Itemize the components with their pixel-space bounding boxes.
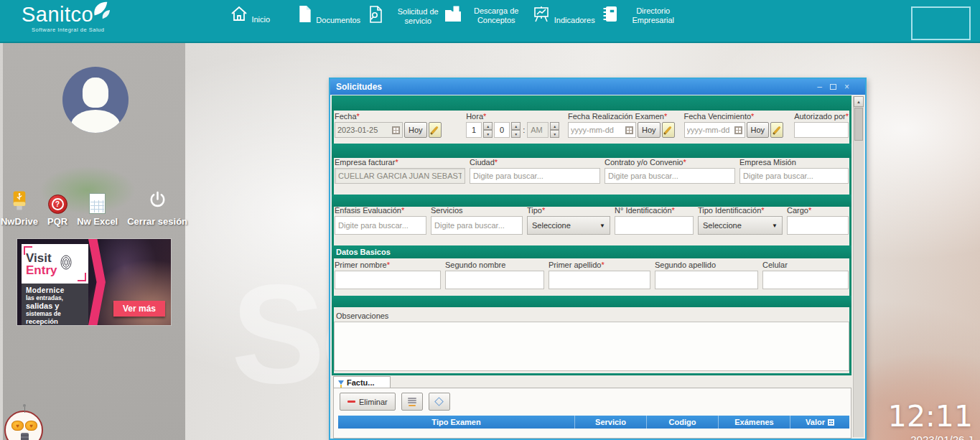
column-header: Codigo [647, 416, 719, 429]
field-cargo: Cargo* [787, 206, 849, 235]
spin-down-icon[interactable]: ▼ [483, 130, 493, 138]
spin-up-icon[interactable]: ▲ [483, 122, 493, 130]
hoy-button[interactable]: Hoy [638, 122, 661, 138]
required-mark: * [495, 158, 498, 167]
eliminar-button[interactable]: Eliminar [340, 393, 396, 411]
filter-button[interactable] [401, 393, 423, 411]
dialog-title: Solicitudes [336, 82, 382, 92]
spin-down-icon[interactable]: ▼ [511, 130, 521, 138]
primer-apellido-input[interactable] [549, 271, 650, 289]
fecha-realizacion-input[interactable] [571, 126, 624, 134]
hoy-button[interactable]: Hoy [747, 122, 770, 138]
required-mark: * [395, 158, 398, 167]
calendar-icon[interactable] [734, 126, 742, 134]
meridiem-stepper[interactable]: ▲▼ [550, 122, 559, 138]
nav-item-label: Solicitud de servicio [387, 7, 449, 25]
nav-item-solicitud-de-servicio[interactable]: Solicitud de servicio [365, 5, 451, 27]
tab-facturacion[interactable]: Factu... [333, 376, 391, 388]
ver-mas-button[interactable]: Ver más [113, 301, 165, 317]
scrollbar-thumb[interactable] [854, 108, 863, 141]
usb-drive-icon [11, 190, 28, 214]
dialog-scrollbar[interactable]: ▲ [853, 96, 864, 437]
nav-item-indicadores[interactable]: Indicadores [521, 5, 607, 26]
invoice-tab-icon [338, 380, 344, 385]
ciudad-input[interactable] [470, 168, 600, 184]
identificacion-row: Énfasis Evaluación* Servicios Tipo* Sele… [335, 206, 849, 235]
shortcut-cerrar-sesion[interactable]: Cerrar sesión [127, 190, 187, 227]
servicios-input[interactable] [431, 216, 523, 235]
autorizado-por-input[interactable] [794, 122, 849, 138]
field-fecha-vencimiento: Fecha Vencimiento* Hoy [684, 112, 790, 138]
tipo-select[interactable]: Seleccione▼ [527, 216, 610, 235]
calendar-icon[interactable] [392, 126, 400, 134]
contrato-input[interactable] [605, 168, 735, 184]
nav-item-descarga-de-conceptos[interactable]: Descarga de Conceptos [442, 5, 528, 26]
required-mark: * [387, 261, 390, 269]
hoy-button[interactable]: Hoy [404, 122, 427, 138]
observaciones-textarea[interactable] [334, 322, 849, 371]
avatar-head-shape [83, 78, 108, 108]
required-mark: * [761, 206, 764, 215]
fecha-input[interactable] [337, 126, 391, 134]
spin-up-icon[interactable]: ▲ [550, 122, 559, 130]
time-separator: : [523, 126, 525, 134]
hour-stepper[interactable]: ▲▼ [483, 122, 493, 138]
enfasis-input[interactable] [335, 216, 426, 235]
num-identificacion-input[interactable] [615, 216, 694, 235]
section-divider [332, 373, 851, 375]
field-primer-apellido: Primer apellido* [549, 261, 650, 289]
close-icon[interactable]: × [844, 83, 849, 91]
maximize-icon[interactable] [830, 84, 836, 90]
field-segundo-apellido: Segundo apellido [655, 261, 758, 289]
hour-input[interactable] [466, 122, 482, 138]
sanitco-logo: Sanitco Software Integral de Salud [22, 4, 104, 33]
calendar-icon[interactable] [625, 126, 633, 134]
move-button[interactable] [429, 393, 450, 411]
user-avatar [62, 67, 129, 133]
power-icon [147, 190, 168, 214]
empresa-mision-input[interactable] [739, 168, 849, 184]
edit-date-button[interactable] [662, 122, 675, 138]
minute-stepper[interactable]: ▲▼ [511, 122, 521, 138]
spin-up-icon[interactable]: ▲ [511, 122, 521, 130]
banner-brand-bottom: Entry [26, 264, 57, 276]
section-bar [332, 195, 851, 207]
cargo-input[interactable] [787, 216, 849, 235]
minimize-icon[interactable]: – [817, 83, 822, 91]
user-sidebar: NwDrive ? PQR Nw Excel Cerrar sesión Vis… [3, 43, 185, 440]
segundo-apellido-input[interactable] [655, 271, 758, 289]
field-label: Hora [466, 112, 483, 121]
nav-item-label: Inicio [251, 15, 270, 24]
primer-nombre-input[interactable] [335, 271, 441, 289]
scroll-up-button[interactable]: ▲ [854, 96, 864, 107]
edit-date-button[interactable] [770, 122, 783, 138]
datos-basicos-header: Datos Basicos [332, 245, 851, 258]
sidebar-shortcuts: NwDrive ? PQR Nw Excel Cerrar sesión [3, 190, 185, 227]
shortcut-nw-excel[interactable]: Nw Excel [77, 193, 118, 227]
shortcut-nwdrive[interactable]: NwDrive [1, 190, 38, 227]
celular-input[interactable] [762, 271, 849, 289]
empresa-facturar-input[interactable] [335, 168, 465, 184]
empresa-row: Empresa facturar* Ciudad* Contrato y/o C… [335, 158, 849, 184]
visit-entry-banner[interactable]: Visit Entry Modernice las entradas, sali… [17, 239, 171, 325]
shortcut-pqr[interactable]: ? PQR [47, 195, 67, 227]
field-num-identificacion: N° Identificación* [615, 206, 694, 235]
spin-down-icon[interactable]: ▼ [550, 130, 559, 138]
dialog-titlebar[interactable]: Solicitudes – × [330, 79, 865, 95]
field-label: Empresa Misión [739, 158, 796, 167]
minute-input[interactable] [494, 122, 510, 138]
nav-item-documentos[interactable]: Documentos [285, 5, 371, 26]
shortcut-label: Nw Excel [77, 216, 118, 227]
nav-item-directorio-empresarial[interactable]: Directorio Empresarial [599, 5, 686, 26]
fecha-vencimiento-input[interactable] [687, 126, 733, 134]
tipo-identificacion-select[interactable]: Seleccione▼ [698, 216, 783, 235]
banner-brand-top: Visit [26, 252, 57, 264]
clock-date: 2023/01/26 J [888, 434, 973, 440]
field-autorizado-por: Autorizado por* [794, 112, 849, 138]
meridiem-field[interactable]: AM [527, 122, 549, 138]
edit-date-button[interactable] [429, 122, 442, 138]
field-label: Segundo nombre [445, 261, 505, 269]
nav-item-inicio[interactable]: Inicio [207, 5, 293, 25]
segundo-nombre-input[interactable] [445, 271, 544, 289]
grid-icon [828, 419, 834, 426]
